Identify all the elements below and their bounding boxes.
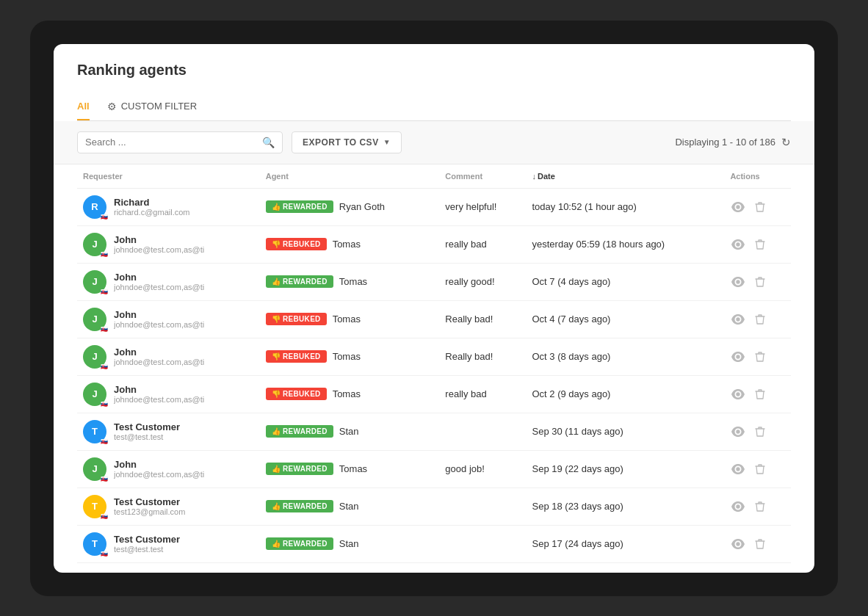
badge-rebuked: 👎 REBUKED: [266, 350, 327, 363]
view-button[interactable]: [730, 200, 746, 214]
col-actions: Actions: [724, 164, 791, 189]
refresh-icon[interactable]: ↻: [781, 136, 791, 149]
agent-cell: 👎 REBUKED Tomas: [260, 300, 440, 338]
flag-icon: 🇸🇰: [101, 364, 108, 370]
delete-button[interactable]: [753, 537, 767, 551]
export-csv-button[interactable]: EXPORT TO CSV ▼: [292, 131, 402, 153]
requester-cell: J 🇸🇰 John johndoe@test.com,as@ti: [77, 338, 260, 375]
date-cell: Oct 3 (8 days ago): [527, 338, 725, 375]
settings-icon: ⚙: [107, 101, 117, 112]
comment-cell: good job!: [439, 450, 526, 488]
data-table: Requester Agent Comment ↓Date Actions R: [77, 164, 791, 563]
toolbar-left: 🔍 EXPORT TO CSV ▼: [77, 131, 402, 153]
requester-cell: J 🇸🇰 John johndoe@test.com,as@ti: [77, 263, 260, 300]
agent-cell: 👍 REWARDED Tomas: [260, 450, 440, 488]
chevron-down-icon: ▼: [383, 138, 391, 146]
flag-icon: 🇸🇰: [101, 402, 108, 407]
view-button[interactable]: [730, 350, 746, 363]
agent-cell: 👍 REWARDED Tomas: [260, 263, 440, 300]
action-cell: [724, 300, 791, 338]
requester-name: John: [114, 309, 204, 320]
avatar: J 🇸🇰: [83, 457, 106, 481]
col-requester: Requester: [77, 164, 260, 189]
view-button[interactable]: [730, 537, 746, 551]
delete-button[interactable]: [753, 424, 767, 439]
agent-cell: 👎 REBUKED Tomas: [260, 375, 440, 413]
delete-button[interactable]: [753, 349, 767, 364]
requester-email: johndoe@test.com,as@ti: [114, 395, 204, 404]
view-button[interactable]: [730, 388, 746, 401]
table-row: J 🇸🇰 John johndoe@test.com,as@ti 👍 REWAR…: [77, 263, 791, 300]
requester-name: Richard: [114, 197, 189, 208]
requester-cell: J 🇸🇰 John johndoe@test.com,as@ti: [77, 375, 260, 413]
requester-name: Test Customer: [114, 421, 180, 432]
date-cell: Oct 7 (4 days ago): [527, 263, 725, 300]
agent-cell: 👍 REWARDED Stan: [260, 488, 440, 525]
date-cell: Oct 2 (9 days ago): [527, 375, 725, 413]
delete-button[interactable]: [753, 499, 767, 514]
requester-email: test@test.test: [114, 432, 180, 441]
col-date[interactable]: ↓Date: [527, 164, 725, 189]
requester-email: johndoe@test.com,as@ti: [114, 320, 204, 329]
view-button[interactable]: [730, 425, 746, 438]
badge-rewarded: 👍 REWARDED: [266, 275, 333, 288]
requester-name: John: [114, 384, 204, 395]
delete-button[interactable]: [753, 275, 767, 289]
badge-rewarded: 👍 REWARDED: [266, 463, 333, 475]
avatar: J 🇸🇰: [83, 233, 106, 256]
comment-cell: Really bad!: [439, 338, 526, 375]
date-cell: Sep 17 (24 days ago): [527, 525, 725, 562]
date-cell: Sep 18 (23 days ago): [527, 488, 725, 525]
requester-email: richard.c@gmail.com: [114, 208, 189, 217]
avatar: T 🇸🇰: [83, 420, 106, 443]
view-button[interactable]: [730, 500, 746, 513]
table-row: J 🇸🇰 John johndoe@test.com,as@ti 👎 REBUK…: [77, 300, 791, 338]
badge-rebuked: 👎 REBUKED: [266, 313, 327, 325]
date-cell: Sep 30 (11 days ago): [527, 413, 725, 450]
avatar: T 🇸🇰: [83, 532, 106, 556]
flag-icon: 🇸🇰: [101, 214, 108, 220]
delete-button[interactable]: [753, 200, 767, 214]
tabs: All ⚙ CUSTOM FILTER: [77, 93, 791, 121]
flag-icon: 🇸🇰: [101, 252, 108, 258]
view-button[interactable]: [730, 463, 746, 476]
avatar: J 🇸🇰: [83, 308, 106, 331]
view-button[interactable]: [730, 275, 746, 289]
toolbar-right: Displaying 1 - 10 of 186 ↻: [675, 136, 791, 149]
agent-cell: 👍 REWARDED Stan: [260, 413, 440, 450]
avatar: R 🇸🇰: [83, 195, 106, 219]
view-button[interactable]: [730, 313, 746, 326]
delete-button[interactable]: [753, 462, 767, 477]
table-container: Requester Agent Comment ↓Date Actions R: [54, 164, 814, 563]
delete-button[interactable]: [753, 312, 767, 327]
device-frame: Ranking agents All ⚙ CUSTOM FILTER 🔍 EXP…: [30, 21, 838, 596]
search-button[interactable]: 🔍: [262, 137, 275, 148]
delete-button[interactable]: [753, 387, 767, 402]
search-input[interactable]: [85, 137, 262, 148]
comment-cell: really good!: [439, 263, 526, 300]
display-count: Displaying 1 - 10 of 186: [675, 137, 775, 148]
requester-email: test@test.test: [114, 545, 180, 554]
table-row: J 🇸🇰 John johndoe@test.com,as@ti 👎 REBUK…: [77, 225, 791, 263]
agent-name: Tomas: [333, 388, 361, 399]
action-cell: [724, 375, 791, 413]
app-container: Ranking agents All ⚙ CUSTOM FILTER 🔍 EXP…: [54, 44, 814, 573]
view-button[interactable]: [730, 238, 746, 251]
agent-cell: 👍 REWARDED Stan: [260, 525, 440, 562]
flag-icon: 🇸🇰: [101, 289, 108, 295]
badge-rebuked: 👎 REBUKED: [266, 388, 327, 400]
requester-name: Test Customer: [114, 496, 185, 507]
date-cell: today 10:52 (1 hour ago): [527, 188, 725, 225]
tab-all[interactable]: All: [77, 93, 90, 120]
requester-cell: R 🇸🇰 Richard richard.c@gmail.com: [77, 188, 260, 225]
col-comment: Comment: [439, 164, 526, 189]
badge-rewarded: 👍 REWARDED: [266, 425, 333, 438]
tab-custom-filter[interactable]: ⚙ CUSTOM FILTER: [107, 93, 198, 121]
comment-cell: [439, 525, 526, 562]
agent-name: Stan: [339, 538, 359, 549]
comment-cell: [439, 488, 526, 525]
comment-cell: [439, 413, 526, 450]
action-cell: [724, 225, 791, 263]
agent-cell: 👍 REWARDED Ryan Goth: [260, 188, 440, 225]
delete-button[interactable]: [753, 237, 767, 252]
